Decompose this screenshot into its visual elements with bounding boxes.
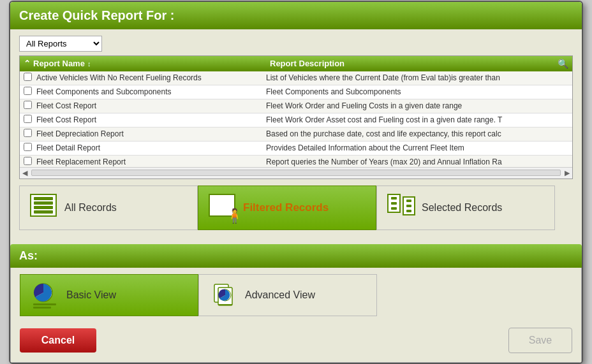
cancel-button[interactable]: Cancel — [20, 328, 96, 353]
row-checkbox[interactable] — [20, 73, 34, 83]
sort-arrow-icon: ⌃ — [24, 59, 31, 68]
create-quick-report-dialog: Create Quick Report For : All Reports Fl… — [9, 1, 583, 364]
table-header: ⌃ Report Name ↕ Report Description 🔍 — [20, 56, 572, 71]
line-1 — [34, 197, 53, 200]
advanced-view-button[interactable]: Advanced View — [198, 274, 377, 316]
dropdown-row: All Reports Fleet Reports Asset Reports — [19, 36, 573, 52]
advanced-view-svg — [209, 281, 237, 309]
row-report-name: Fleet Cost Report — [34, 114, 262, 126]
table-row[interactable]: Active Vehicles With No Recent Fueling R… — [20, 71, 572, 85]
selected-records-button[interactable]: Selected Records — [376, 186, 555, 230]
line-3 — [34, 206, 53, 209]
line-2 — [34, 201, 53, 205]
as-body: Basic View — [10, 268, 582, 363]
line-1 — [406, 200, 412, 202]
row-report-desc: List of Vehicles where the Current Date … — [262, 72, 572, 84]
row-report-name: Fleet Detail Report — [34, 142, 262, 154]
row-report-desc: Report queries the Number of Years (max … — [262, 156, 572, 167]
row-report-desc: Provides Detailed Information about the … — [262, 142, 572, 154]
row-checkbox[interactable] — [20, 87, 34, 97]
row-report-name: Fleet Depreciation Report — [34, 128, 262, 140]
line-2 — [391, 202, 397, 205]
table-row[interactable]: Fleet Depreciation Report Based on the p… — [20, 127, 572, 142]
row-checkbox[interactable] — [20, 101, 34, 111]
table-row[interactable]: Fleet Cost Report Fleet Work Order and F… — [20, 99, 572, 113]
view-buttons-row: Basic View — [20, 274, 572, 316]
all-records-label: All Records — [64, 202, 117, 214]
table-row[interactable]: Fleet Replacement Report Report queries … — [20, 156, 572, 167]
selected-records-icon — [387, 194, 415, 222]
advanced-view-icon — [209, 281, 237, 309]
as-section: As: — [10, 244, 582, 363]
dialog-body: All Reports Fleet Reports Asset Reports … — [10, 29, 582, 243]
col-report-name: ⌃ Report Name ↕ — [24, 59, 266, 68]
row-report-name: Fleet Cost Report — [34, 100, 262, 112]
all-records-button[interactable]: All Records — [19, 186, 198, 230]
advanced-view-label: Advanced View — [245, 289, 315, 301]
row-report-desc: Fleet Work Order Asset cost and Fueling … — [262, 114, 572, 126]
svg-rect-1 — [33, 303, 56, 305]
col-name-label: Report Name — [33, 59, 85, 68]
lines-icon-b — [403, 196, 416, 215]
records-buttons-row: All Records 🧍 Filtered Records — [19, 186, 573, 230]
svg-rect-2 — [33, 307, 51, 309]
filtered-records-button[interactable]: 🧍 Filtered Records — [198, 186, 376, 230]
as-header: As: — [10, 244, 582, 268]
lines-icon-a — [387, 194, 401, 213]
row-report-name: Fleet Replacement Report — [34, 156, 262, 167]
basic-view-svg — [31, 281, 59, 309]
line-1 — [391, 197, 397, 200]
line-4 — [34, 210, 53, 214]
line-3 — [406, 210, 412, 212]
col-report-desc: Report Description — [266, 59, 556, 68]
row-checkbox[interactable] — [20, 157, 34, 167]
table-scroll-area[interactable]: Active Vehicles With No Recent Fueling R… — [20, 71, 572, 167]
filtered-records-icon: 🧍 — [209, 194, 237, 222]
row-checkbox[interactable] — [20, 143, 34, 153]
lines-icon — [30, 194, 57, 217]
scroll-left-arrow[interactable]: ◀ — [20, 169, 30, 177]
filter-figure-icon: 🧍 — [226, 208, 243, 224]
row-report-name: Active Vehicles With No Recent Fueling R… — [34, 72, 262, 84]
line-2 — [406, 205, 412, 207]
selected-records-label: Selected Records — [422, 202, 502, 214]
scroll-right-arrow[interactable]: ▶ — [562, 169, 572, 177]
row-checkbox[interactable] — [20, 115, 34, 125]
line-3 — [391, 207, 397, 210]
search-icon[interactable]: 🔍 — [556, 59, 568, 69]
basic-view-label: Basic View — [66, 289, 116, 301]
table-row[interactable]: Fleet Components and Subcomponents Fleet… — [20, 85, 572, 99]
row-report-name: Fleet Components and Subcomponents — [34, 86, 262, 98]
horizontal-scrollbar[interactable]: ◀ ▶ — [20, 167, 572, 178]
basic-view-icon — [31, 281, 59, 309]
row-report-desc: Fleet Components and Subcomponents — [262, 86, 572, 98]
scroll-track[interactable] — [31, 170, 561, 176]
all-records-icon — [30, 194, 58, 222]
sort-icon[interactable]: ↕ — [87, 60, 91, 68]
table-row[interactable]: Fleet Cost Report Fleet Work Order Asset… — [20, 113, 572, 127]
basic-view-button[interactable]: Basic View — [20, 274, 198, 316]
table-row[interactable]: Fleet Detail Report Provides Detailed In… — [20, 142, 572, 156]
row-checkbox[interactable] — [20, 129, 34, 139]
svg-rect-6 — [218, 304, 232, 305]
row-report-desc: Based on the purchase date, cost and lif… — [262, 128, 572, 140]
all-reports-dropdown[interactable]: All Reports Fleet Reports Asset Reports — [19, 36, 102, 52]
bottom-buttons-row: Cancel Save — [20, 323, 572, 356]
save-button[interactable]: Save — [508, 328, 572, 353]
report-table: ⌃ Report Name ↕ Report Description 🔍 Act… — [19, 55, 573, 179]
row-report-desc: Fleet Work Order and Fueling Costs in a … — [262, 100, 572, 112]
dialog-title: Create Quick Report For : — [10, 2, 582, 29]
filtered-records-label: Filtered Records — [243, 201, 329, 214]
